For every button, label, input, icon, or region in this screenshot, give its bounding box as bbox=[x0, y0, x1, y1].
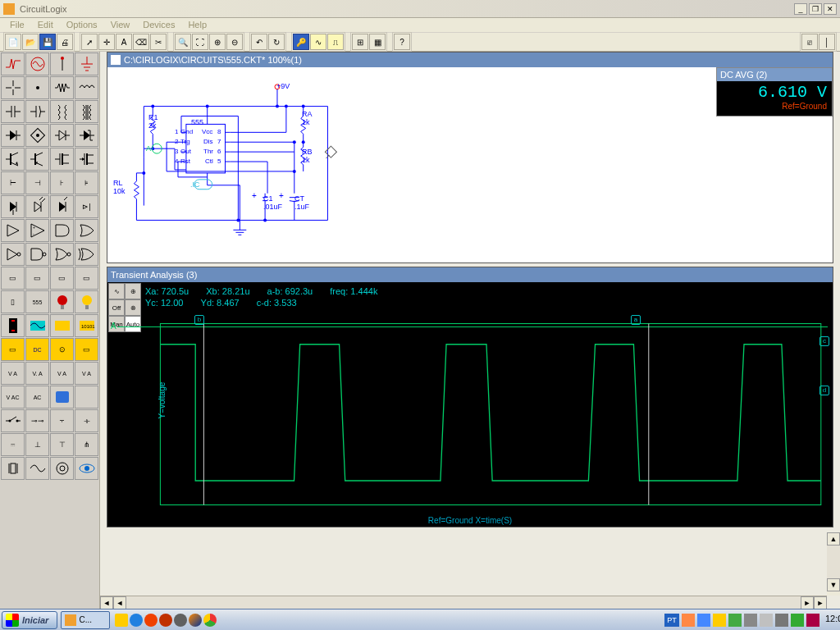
delete-button[interactable]: ✂ bbox=[150, 34, 167, 50]
palette-scope2[interactable] bbox=[50, 314, 74, 337]
palette-or[interactable] bbox=[75, 219, 98, 242]
palette-buffer[interactable] bbox=[1, 219, 25, 242]
palette-block2[interactable]: ▭ bbox=[25, 267, 49, 290]
palette-ameter3[interactable]: ▭ bbox=[75, 338, 98, 361]
palette-nmos2[interactable]: ⊦ bbox=[50, 171, 74, 194]
palette-inductor[interactable] bbox=[75, 76, 98, 99]
tray-vol[interactable] bbox=[775, 614, 788, 627]
palette-vmeter[interactable]: ▭ bbox=[1, 338, 25, 361]
tw-off-btn[interactable]: Off bbox=[108, 299, 125, 316]
minimize-button[interactable]: _ bbox=[794, 3, 807, 15]
palette-pulse[interactable] bbox=[1, 52, 25, 75]
palette-ring[interactable] bbox=[50, 457, 74, 480]
palette-sine[interactable] bbox=[25, 457, 49, 480]
palette-led[interactable] bbox=[25, 195, 49, 218]
palette-nor[interactable] bbox=[50, 243, 74, 266]
grid-button[interactable]: ⊞ bbox=[352, 34, 368, 50]
close-button[interactable]: ✕ bbox=[824, 3, 837, 15]
palette-va4[interactable]: V A bbox=[75, 362, 98, 385]
palette-misc1[interactable]: ⋔ bbox=[75, 433, 98, 456]
palette-diode2[interactable] bbox=[50, 124, 74, 147]
palette-pjfet[interactable] bbox=[75, 148, 98, 171]
palette-transformer1[interactable] bbox=[50, 100, 74, 123]
ql-firefox[interactable] bbox=[189, 614, 202, 627]
menu-devices[interactable]: Devices bbox=[136, 18, 181, 32]
menu-file[interactable]: File bbox=[3, 18, 31, 32]
palette-ameter-dc[interactable]: DC bbox=[25, 338, 49, 361]
tray-shield[interactable] bbox=[713, 614, 726, 627]
palette-ground[interactable] bbox=[75, 52, 98, 75]
save-button[interactable]: 💾 bbox=[39, 34, 56, 50]
tw-btn2[interactable]: ⊕ bbox=[125, 283, 141, 299]
start-button[interactable]: Iniciar bbox=[2, 611, 57, 629]
cursor-d[interactable]: d bbox=[819, 386, 829, 395]
palette-and[interactable] bbox=[50, 219, 74, 242]
tw-btn1[interactable]: ∿ bbox=[108, 283, 125, 299]
palette-switch3[interactable]: ⫟ bbox=[50, 409, 74, 432]
help-button[interactable]: ? bbox=[394, 34, 410, 50]
cursor-c[interactable]: c bbox=[819, 336, 829, 346]
h-scrollbar[interactable]: ◄ ◄ ► ► bbox=[100, 596, 827, 609]
palette-scr[interactable] bbox=[1, 195, 25, 218]
menu-view[interactable]: View bbox=[104, 18, 137, 32]
tw-btn4[interactable]: ⊗ bbox=[125, 299, 141, 316]
palette-va[interactable]: V A bbox=[1, 362, 25, 385]
scroll-right[interactable]: ► bbox=[801, 596, 814, 609]
palette-nand[interactable] bbox=[25, 243, 49, 266]
restore-button[interactable]: ❐ bbox=[809, 3, 822, 15]
palette-lamp[interactable] bbox=[50, 290, 74, 313]
palette-pmos2[interactable]: ⊧ bbox=[75, 171, 98, 194]
menu-help[interactable]: Help bbox=[181, 18, 213, 32]
ql-app1[interactable] bbox=[174, 614, 187, 627]
scroll-right2[interactable]: ► bbox=[814, 596, 827, 609]
menu-options[interactable]: Options bbox=[60, 18, 104, 32]
cursor-button[interactable]: ➚ bbox=[81, 34, 98, 50]
palette-terminal[interactable] bbox=[50, 52, 74, 75]
tray-i2[interactable] bbox=[697, 614, 710, 627]
palette-scope3[interactable]: 10101 bbox=[75, 314, 98, 337]
palette-varactor[interactable]: ⊳| bbox=[75, 195, 98, 218]
palette-polarcap[interactable] bbox=[25, 100, 49, 123]
probe-button[interactable]: 🔑 bbox=[293, 34, 309, 50]
taskbar-clock[interactable]: 12:00 bbox=[822, 614, 835, 627]
signal2-button[interactable]: ⎍ bbox=[327, 34, 344, 50]
fit-button[interactable]: ⛶ bbox=[192, 34, 208, 50]
palette-nmos[interactable]: ⊢ bbox=[1, 171, 25, 194]
palette-block4[interactable]: ▭ bbox=[75, 267, 98, 290]
palette-crystal[interactable] bbox=[1, 457, 25, 480]
palette-node[interactable] bbox=[25, 76, 49, 99]
text-button[interactable]: A bbox=[116, 34, 132, 50]
palette-diode1[interactable] bbox=[1, 124, 25, 147]
palette-capacitor[interactable] bbox=[1, 100, 25, 123]
palette-blank[interactable] bbox=[75, 386, 98, 409]
palette-njfet[interactable] bbox=[50, 148, 74, 171]
tray-i7[interactable] bbox=[806, 614, 819, 627]
palette-opamp[interactable]: +- bbox=[25, 219, 49, 242]
net-button[interactable]: ▦ bbox=[369, 34, 386, 50]
zoomout-button[interactable]: ⊖ bbox=[226, 34, 243, 50]
scroll-down[interactable]: ▼ bbox=[827, 578, 840, 591]
palette-block1[interactable]: ▭ bbox=[1, 267, 25, 290]
palette-pmos[interactable]: ⊣ bbox=[25, 171, 49, 194]
palette-ameter2[interactable]: ⊙ bbox=[50, 338, 74, 361]
palette-ac1[interactable]: V AC bbox=[1, 386, 25, 409]
palette-eye[interactable] bbox=[75, 457, 98, 480]
tray-lang[interactable]: PT bbox=[664, 614, 679, 627]
palette-photodiode[interactable] bbox=[50, 195, 74, 218]
new-button[interactable]: 📄 bbox=[5, 34, 21, 50]
palette-ic1[interactable]: ▯ bbox=[1, 290, 25, 313]
palette-block3[interactable]: ▭ bbox=[50, 267, 74, 290]
ql-chrome[interactable] bbox=[203, 614, 217, 627]
palette-junction[interactable] bbox=[1, 76, 25, 99]
scope-button[interactable]: ⎚ bbox=[801, 34, 818, 50]
eraser-button[interactable]: ⌫ bbox=[133, 34, 149, 50]
palette-not[interactable] bbox=[1, 243, 25, 266]
palette-cap2[interactable]: ⊥ bbox=[25, 433, 49, 456]
tray-i1[interactable] bbox=[682, 614, 695, 627]
indicator-button[interactable]: │ bbox=[819, 34, 835, 50]
palette-cap3[interactable]: ⊤ bbox=[50, 433, 74, 456]
ql-media[interactable] bbox=[159, 614, 172, 627]
rotate-left-button[interactable]: ↶ bbox=[251, 34, 267, 50]
ql-msn[interactable] bbox=[144, 614, 158, 627]
palette-lamp2[interactable] bbox=[75, 290, 98, 313]
